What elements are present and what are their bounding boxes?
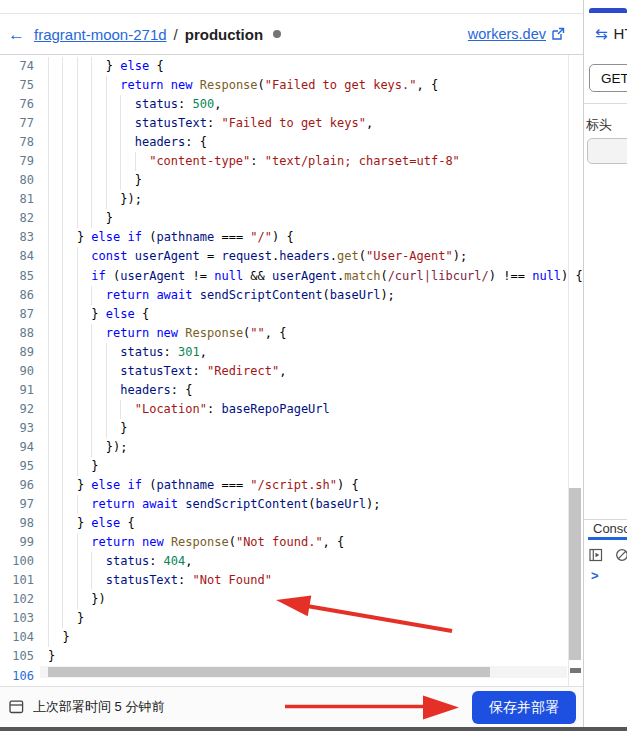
workers-dev-link[interactable]: workers.dev — [468, 26, 565, 42]
line-number: 101 — [0, 571, 34, 590]
breadcrumb-environment: production — [185, 26, 263, 43]
line-number: 78 — [0, 133, 34, 152]
swap-arrows-icon: ⇆ — [595, 26, 608, 41]
deployment-icon — [9, 700, 24, 714]
line-number: 104 — [0, 628, 34, 647]
line-number: 94 — [0, 438, 34, 457]
code-line[interactable]: 92 "Location": baseRepoPageUrl — [0, 400, 583, 419]
code-line[interactable]: 105} — [0, 647, 583, 666]
line-number: 88 — [0, 324, 34, 343]
http-tab-label: HTTP — [614, 25, 627, 42]
header-breadcrumb-bar: ← fragrant-moon-271d / production worker… — [0, 14, 583, 55]
line-number: 99 — [0, 533, 34, 552]
code-line[interactable]: 76 status: 500, — [0, 95, 583, 114]
code-line[interactable]: 90 statusText: "Redirect", — [0, 362, 583, 381]
line-number: 96 — [0, 476, 34, 495]
code-line[interactable]: 93 } — [0, 419, 583, 438]
code-line[interactable]: 98 } else { — [0, 514, 583, 533]
http-panel-divider — [584, 103, 627, 104]
line-number: 82 — [0, 209, 34, 228]
clear-console-icon[interactable] — [615, 548, 627, 562]
line-number: 80 — [0, 171, 34, 190]
header-value-input[interactable] — [587, 138, 627, 164]
code-line[interactable]: 75 return new Response("Failed to get ke… — [0, 76, 583, 95]
code-line[interactable]: 101 statusText: "Not Found" — [0, 571, 583, 590]
code-line[interactable]: 88 return new Response("", { — [0, 324, 583, 343]
code-line[interactable]: 95 } — [0, 457, 583, 476]
back-arrow-icon[interactable]: ← — [8, 26, 25, 43]
line-number: 97 — [0, 495, 34, 514]
horizontal-scrollbar-thumb[interactable] — [48, 667, 490, 677]
panel-divider — [583, 0, 584, 728]
code-line[interactable]: 99 return new Response("Not found.", { — [0, 533, 583, 552]
code-line[interactable]: 82 } — [0, 209, 583, 228]
code-line[interactable]: 83 } else if (pathname === "/") { — [0, 228, 583, 247]
scrollbar-corner-mark — [570, 668, 581, 673]
line-number: 100 — [0, 552, 34, 571]
code-line[interactable]: 102 }) — [0, 590, 583, 609]
line-number: 95 — [0, 457, 34, 476]
line-number: 77 — [0, 114, 34, 133]
line-number: 75 — [0, 76, 34, 95]
breadcrumb-separator: / — [174, 26, 178, 43]
line-number: 89 — [0, 343, 34, 362]
breadcrumb-worker-link[interactable]: fragrant-moon-271d — [34, 26, 167, 43]
line-number: 84 — [0, 247, 34, 266]
line-number: 91 — [0, 381, 34, 400]
line-number: 87 — [0, 305, 34, 324]
save-and-deploy-button[interactable]: 保存并部署 — [472, 691, 576, 724]
headers-label: 标头 — [586, 116, 612, 134]
vertical-scrollbar-thumb[interactable] — [569, 488, 581, 660]
line-number: 105 — [0, 647, 34, 666]
code-lines[interactable]: 74 } else {75 return new Response("Faile… — [0, 57, 583, 686]
line-number: 74 — [0, 57, 34, 76]
code-line[interactable]: 78 headers: { — [0, 133, 583, 152]
http-panel-accent-bar — [589, 8, 627, 13]
line-number: 76 — [0, 95, 34, 114]
line-number: 86 — [0, 286, 34, 305]
code-line[interactable]: 74 } else { — [0, 57, 583, 76]
code-editor[interactable]: 74 } else {75 return new Response("Faile… — [0, 55, 583, 686]
line-number: 92 — [0, 400, 34, 419]
code-line[interactable]: 89 status: 301, — [0, 343, 583, 362]
run-console-icon[interactable] — [589, 548, 603, 562]
external-link-icon — [551, 27, 565, 41]
code-line[interactable]: 100 status: 404, — [0, 552, 583, 571]
code-line[interactable]: 81 }); — [0, 190, 583, 209]
console-panel-top-border — [584, 519, 627, 520]
line-number: 79 — [0, 152, 34, 171]
tab-http[interactable]: ⇆ HTTP — [595, 23, 627, 43]
code-line[interactable]: 97 return await sendScriptContent(baseUr… — [0, 495, 583, 514]
code-line[interactable]: 77 statusText: "Failed to get keys", — [0, 114, 583, 133]
console-tab-active-indicator — [588, 537, 627, 540]
code-line[interactable]: 85 if (userAgent != null && userAgent.ma… — [0, 267, 583, 286]
code-line[interactable]: 91 headers: { — [0, 381, 583, 400]
last-deploy-text: 上次部署时间 5 分钟前 — [33, 698, 164, 716]
code-line[interactable]: 96 } else if (pathname === "/script.sh")… — [0, 476, 583, 495]
workers-dev-label: workers.dev — [468, 26, 546, 42]
code-line[interactable]: 80 } — [0, 171, 583, 190]
line-number: 93 — [0, 419, 34, 438]
console-prompt-chevron[interactable]: > — [591, 568, 599, 583]
http-method-dropdown[interactable]: GET — [589, 64, 627, 92]
code-line[interactable]: 84 const userAgent = request.headers.get… — [0, 247, 583, 266]
line-number: 98 — [0, 514, 34, 533]
line-number: 90 — [0, 362, 34, 381]
code-line[interactable]: 104 } — [0, 628, 583, 647]
code-line[interactable]: 103 } — [0, 609, 583, 628]
line-number: 81 — [0, 190, 34, 209]
line-number: 106 — [0, 667, 34, 686]
code-line[interactable]: 79 "content-type": "text/plain; charset=… — [0, 152, 583, 171]
environment-status-dot — [273, 30, 281, 38]
workers-editor-page: ← fragrant-moon-271d / production worker… — [0, 0, 627, 734]
line-number: 85 — [0, 267, 34, 286]
line-number: 103 — [0, 609, 34, 628]
code-line[interactable]: 86 return await sendScriptContent(baseUr… — [0, 286, 583, 305]
line-number: 83 — [0, 228, 34, 247]
line-number: 102 — [0, 590, 34, 609]
code-line[interactable]: 87 } else { — [0, 305, 583, 324]
tab-console[interactable]: Console — [593, 521, 627, 536]
window-bottom-edge — [0, 727, 627, 731]
code-line[interactable]: 94 }); — [0, 438, 583, 457]
